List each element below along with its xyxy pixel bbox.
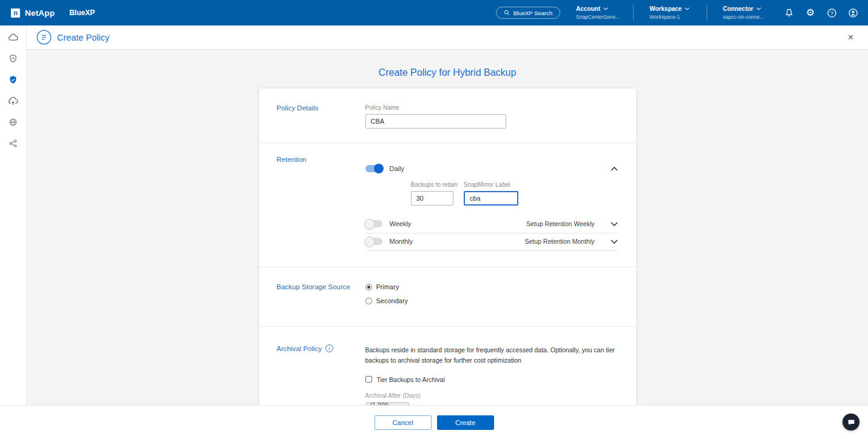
- section-backup-storage-source: Backup Storage Source Primary Secondary: [259, 267, 636, 326]
- share-icon: [8, 139, 18, 148]
- sidebar-item-health[interactable]: [5, 53, 21, 64]
- info-icon[interactable]: [325, 344, 333, 352]
- chat-widget-button[interactable]: [843, 414, 860, 431]
- radio-selected-icon: [365, 284, 372, 290]
- netapp-brand: n NetApp BlueXP: [11, 8, 95, 18]
- archival-after-label: Archival After (Days): [365, 392, 618, 399]
- globe-icon: [8, 118, 18, 127]
- protection-shield-icon: [8, 75, 18, 84]
- archival-policy-description: Backups reside in standard storage for f…: [365, 345, 618, 366]
- weekly-retention-row: Weekly Setup Retention Weekly: [365, 216, 618, 233]
- page-title: Create Policy for Hybrid Backup: [27, 67, 868, 78]
- health-shield-icon: [8, 54, 18, 63]
- netapp-logo-icon: n: [11, 8, 20, 18]
- daily-toggle[interactable]: [365, 165, 382, 172]
- product-name: BlueXP: [69, 8, 95, 17]
- cloud-icon: [8, 32, 18, 42]
- search-icon: [504, 10, 510, 16]
- top-bar-right: BlueXP Search Account SnapCenterServi...…: [496, 5, 858, 21]
- secondary-radio-option[interactable]: Secondary: [365, 297, 618, 304]
- workspace-menu[interactable]: Workspace Workspace-1: [649, 5, 697, 20]
- bluexp-app: n NetApp BlueXP BlueXP Search Account Sn…: [0, 0, 868, 439]
- chevron-down-icon: [603, 7, 608, 10]
- backup-storage-source-label: Backup Storage Source: [277, 283, 365, 304]
- policy-name-input[interactable]: [365, 114, 506, 129]
- create-button[interactable]: Create: [437, 415, 494, 430]
- workspace-value: Workspace-1: [649, 14, 697, 20]
- main-area: Create Policy for Hybrid Backup Policy D…: [27, 50, 868, 405]
- content-column: Create Policy × Create Policy for Hybrid…: [27, 25, 868, 405]
- bluexp-search[interactable]: BlueXP Search: [496, 7, 560, 19]
- backups-to-retain-input[interactable]: [411, 191, 453, 206]
- setup-retention-weekly-label: Setup Retention Weekly: [526, 220, 594, 227]
- body: Create Policy × Create Policy for Hybrid…: [0, 25, 868, 405]
- checkbox-icon: [365, 376, 372, 383]
- policy-document-icon: [36, 30, 52, 45]
- workspace-label: Workspace: [649, 5, 682, 12]
- daily-retention-row: Daily: [365, 165, 618, 172]
- help-icon[interactable]: ?: [826, 7, 837, 18]
- search-label: BlueXP Search: [514, 10, 552, 16]
- chevron-up-icon[interactable]: [611, 167, 618, 171]
- sidebar-item-protection[interactable]: [5, 74, 21, 85]
- sidebar-item-extensions[interactable]: [5, 116, 21, 127]
- primary-radio-option[interactable]: Primary: [365, 283, 618, 290]
- brand-name: NetApp: [25, 8, 55, 18]
- section-retention: Retention Daily: [259, 142, 636, 267]
- weekly-toggle[interactable]: [365, 220, 382, 227]
- cloud-backup-icon: [8, 96, 18, 106]
- radio-unselected-icon: [365, 298, 372, 304]
- archival-policy-label: Archival Policy: [277, 345, 322, 352]
- svg-text:?: ?: [830, 10, 833, 16]
- monthly-label: Monthly: [390, 238, 413, 245]
- footer-action-bar: Cancel Create: [0, 405, 868, 439]
- cancel-button[interactable]: Cancel: [375, 415, 432, 430]
- bell-icon[interactable]: [784, 7, 795, 18]
- divider: [707, 5, 707, 21]
- primary-radio-label: Primary: [376, 283, 399, 290]
- sidebar-nav: [0, 25, 27, 405]
- tier-backups-checkbox-row[interactable]: Tier Backups to Archival: [365, 376, 618, 383]
- divider: [633, 5, 634, 21]
- top-bar: n NetApp BlueXP BlueXP Search Account Sn…: [0, 0, 868, 25]
- setup-retention-monthly-label: Setup Retention Monthly: [525, 238, 595, 245]
- connector-value: sapcc-on-conne...: [723, 14, 770, 20]
- chevron-down-icon: [756, 7, 761, 10]
- policy-form-card: Policy Details Policy Name Retention: [259, 89, 636, 405]
- user-icon[interactable]: [847, 7, 858, 18]
- monthly-toggle[interactable]: [365, 238, 382, 245]
- weekly-label: Weekly: [390, 220, 412, 227]
- chevron-down-icon: [685, 7, 690, 10]
- chat-icon: [847, 418, 855, 426]
- create-policy-header: Create Policy ×: [27, 25, 868, 50]
- connector-menu[interactable]: Connector sapcc-on-conne...: [723, 5, 770, 20]
- connector-label: Connector: [723, 5, 753, 12]
- account-value: SnapCenterServi...: [576, 14, 623, 20]
- daily-label: Daily: [390, 165, 404, 172]
- section-archival-policy: Archival Policy Backups reside in standa…: [259, 326, 636, 405]
- snapmirror-label-label: SnapMirror Label: [464, 181, 518, 188]
- snapmirror-label-input[interactable]: [464, 191, 518, 206]
- backups-to-retain-label: Backups to retain: [411, 181, 458, 188]
- header-icons: ⚙ ?: [784, 7, 858, 18]
- close-icon[interactable]: ×: [848, 33, 853, 42]
- secondary-radio-label: Secondary: [376, 297, 409, 304]
- retention-label: Retention: [277, 153, 365, 251]
- account-label: Account: [576, 5, 600, 12]
- tier-backups-label: Tier Backups to Archival: [377, 376, 445, 383]
- sidebar-item-mobility[interactable]: [5, 95, 21, 106]
- policy-name-label: Policy Name: [365, 104, 618, 111]
- gear-icon[interactable]: ⚙: [805, 7, 816, 18]
- sidebar-item-canvas[interactable]: [5, 32, 21, 42]
- page-header-title: Create Policy: [57, 33, 109, 42]
- monthly-retention-row: Monthly Setup Retention Monthly: [365, 233, 618, 251]
- daily-retention-fields: Backups to retain SnapMirror Label: [411, 181, 618, 206]
- policy-details-label: Policy Details: [277, 104, 365, 129]
- section-policy-details: Policy Details Policy Name: [259, 89, 636, 142]
- sidebar-item-governance[interactable]: [5, 138, 21, 149]
- chevron-down-icon[interactable]: [611, 222, 618, 226]
- chevron-down-icon[interactable]: [611, 240, 618, 244]
- account-menu[interactable]: Account SnapCenterServi...: [576, 5, 623, 20]
